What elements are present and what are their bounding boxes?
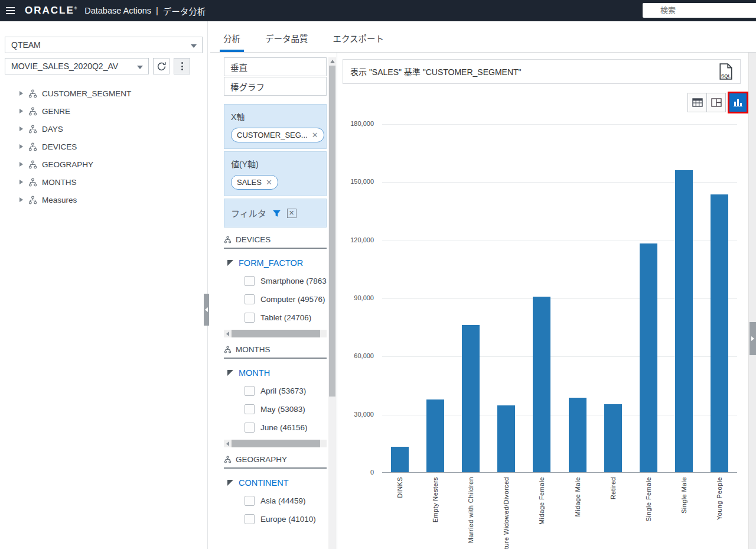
checkbox-label[interactable]: Computer (49576) xyxy=(260,295,325,304)
right-scrollbar-rail[interactable] xyxy=(748,53,756,549)
column-name[interactable]: CONTINENT xyxy=(239,478,289,488)
hierarchy-icon xyxy=(28,196,37,204)
tree-item-geography[interactable]: GEOGRAPHY xyxy=(0,155,207,173)
tree-item-label: GEOGRAPHY xyxy=(42,160,93,169)
registered-mark: ® xyxy=(74,7,77,10)
tree-item-measures[interactable]: Measures xyxy=(0,191,207,209)
filter-section-geography: GEOGRAPHY CONTINENT Asia (44459) Europe … xyxy=(224,455,327,524)
chart-builder-panel: 垂直 棒グラフ X軸 CUSTOMER_SEG... ✕ 値(Y軸) SALES… xyxy=(210,53,337,549)
tree-item-label: DEVICES xyxy=(42,142,77,151)
checkbox[interactable] xyxy=(245,404,255,414)
tree-item-customer-segment[interactable]: CUSTOMER_SEGMENT xyxy=(0,85,207,102)
table-view-button[interactable] xyxy=(687,93,707,112)
tab-analysis[interactable]: 分析 xyxy=(220,32,244,52)
sidebar-collapse-handle[interactable] xyxy=(204,294,209,326)
checkbox[interactable] xyxy=(245,294,255,304)
y-axis-chip[interactable]: SALES ✕ xyxy=(231,175,278,190)
checkbox[interactable] xyxy=(245,423,255,433)
tree-item-devices[interactable]: DEVICES xyxy=(0,138,207,155)
collapse-triangle-icon[interactable] xyxy=(227,370,233,376)
hamburger-menu-icon[interactable] xyxy=(0,0,20,21)
checkbox[interactable] xyxy=(245,276,255,286)
collapse-triangle-icon[interactable] xyxy=(227,480,233,486)
scroll-left-icon[interactable] xyxy=(226,441,229,446)
analysis-main-panel: 表示 "SALES" 基準 "CUSTOMER_SEGMENT" SQL xyxy=(337,53,748,549)
scroll-up-icon[interactable] xyxy=(330,60,335,63)
checkbox[interactable] xyxy=(245,386,255,396)
remove-chip-icon[interactable]: ✕ xyxy=(312,131,318,139)
checkbox-label[interactable]: June (46156) xyxy=(260,423,308,432)
x-category-label-slot: Young People xyxy=(702,477,737,549)
expand-caret-icon[interactable] xyxy=(19,180,23,184)
column-row[interactable]: CONTINENT xyxy=(227,478,327,488)
expand-caret-icon[interactable] xyxy=(19,109,23,113)
expand-caret-icon[interactable] xyxy=(19,144,23,149)
bar-married-with-children[interactable] xyxy=(462,325,480,472)
filter-value-row: Computer (49576) xyxy=(245,294,327,304)
column-row[interactable]: FORM_FACTOR xyxy=(227,258,327,268)
section-table-name: DEVICES xyxy=(236,235,271,244)
column-name[interactable]: MONTH xyxy=(239,368,270,378)
builder-scrollbar[interactable] xyxy=(328,57,336,549)
clear-filter-icon[interactable]: ✕ xyxy=(287,209,296,218)
column-name[interactable]: FORM_FACTOR xyxy=(239,258,303,268)
checkbox-label[interactable]: Asia (44459) xyxy=(260,496,306,505)
scroll-left-icon[interactable] xyxy=(226,332,229,336)
bar-single-male[interactable] xyxy=(675,170,693,472)
scrollbar-thumb[interactable] xyxy=(232,440,320,447)
tree-item-months[interactable]: MONTHS xyxy=(0,173,207,191)
checkbox-label[interactable]: Smartphone (7863 xyxy=(260,277,327,285)
remove-chip-icon[interactable]: ✕ xyxy=(266,178,272,186)
panel-expand-handle[interactable] xyxy=(750,322,756,355)
filter-drop-zone[interactable]: フィルタ ✕ xyxy=(224,199,327,228)
bar-dinks[interactable] xyxy=(391,447,409,472)
expand-caret-icon[interactable] xyxy=(19,197,23,202)
refresh-button[interactable] xyxy=(153,58,170,74)
tab-bar: 分析 データ品質 エクスポート xyxy=(210,21,756,53)
column-row[interactable]: MONTH xyxy=(227,368,327,378)
checkbox[interactable] xyxy=(245,313,255,323)
bar-mature-widowed-divorced[interactable] xyxy=(497,405,515,472)
search-input[interactable] xyxy=(643,3,756,18)
bar-empty-nesters[interactable] xyxy=(426,399,444,472)
chart-view-button[interactable] xyxy=(729,93,747,112)
tab-export[interactable]: エクスポート xyxy=(330,32,388,52)
y-axis-drop-zone[interactable]: 値(Y軸) SALES ✕ xyxy=(224,151,327,196)
more-actions-button[interactable] xyxy=(174,58,190,74)
bar-midage-male[interactable] xyxy=(569,398,586,472)
y-tick-label: 180,000 xyxy=(337,120,374,127)
expand-caret-icon[interactable] xyxy=(19,91,23,96)
checkbox[interactable] xyxy=(245,496,255,506)
app-name[interactable]: Database Actions xyxy=(84,6,151,15)
checkbox-label[interactable]: April (53673) xyxy=(260,386,306,395)
scrollbar-thumb[interactable] xyxy=(329,66,335,397)
tree-item-days[interactable]: DAYS xyxy=(0,120,207,138)
horizontal-scrollbar[interactable] xyxy=(224,440,327,447)
tab-data-quality[interactable]: データ品質 xyxy=(262,32,312,52)
checkbox-label[interactable]: May (53083) xyxy=(260,405,305,414)
bar-midage-female[interactable] xyxy=(533,297,550,472)
orientation-select[interactable]: 垂直 xyxy=(224,57,327,76)
schema-select[interactable]: QTEAM xyxy=(5,37,203,53)
x-category-label: Retired xyxy=(610,477,617,499)
sql-file-icon[interactable]: SQL xyxy=(719,63,733,80)
expand-caret-icon[interactable] xyxy=(19,162,23,167)
bar-retired[interactable] xyxy=(604,404,622,472)
checkbox-label[interactable]: Europe (41010) xyxy=(260,515,316,524)
bar-single-female[interactable] xyxy=(640,243,657,472)
x-category-label-slot: Retired xyxy=(595,477,631,549)
x-axis-drop-zone[interactable]: X軸 CUSTOMER_SEG... ✕ xyxy=(224,104,327,149)
filter-value-row: Smartphone (7863 xyxy=(245,276,327,286)
bar-young-people[interactable] xyxy=(711,194,728,472)
x-axis-chip[interactable]: CUSTOMER_SEG... ✕ xyxy=(231,128,324,142)
scrollbar-thumb[interactable] xyxy=(232,330,320,337)
expand-caret-icon[interactable] xyxy=(19,126,23,131)
checkbox-label[interactable]: Tablet (24706) xyxy=(260,313,311,322)
collapse-triangle-icon[interactable] xyxy=(227,260,233,266)
horizontal-scrollbar[interactable] xyxy=(224,330,327,337)
chart-type-select[interactable]: 棒グラフ xyxy=(224,77,327,96)
tree-item-genre[interactable]: GENRE xyxy=(0,102,207,120)
checkbox[interactable] xyxy=(245,514,255,524)
analytic-view-select[interactable]: MOVIE_SALES_2020Q2_AV xyxy=(5,58,149,74)
split-view-button[interactable] xyxy=(706,93,726,112)
